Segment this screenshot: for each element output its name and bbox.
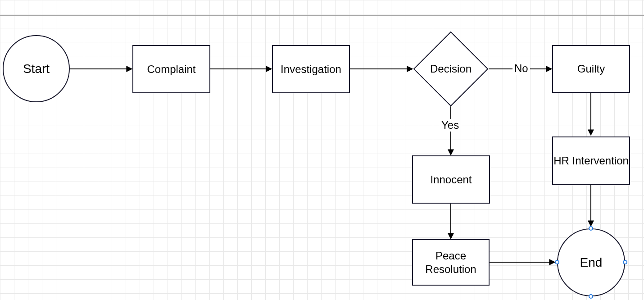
node-label: Decision	[428, 63, 473, 76]
flowchart-start-terminal[interactable]: Start	[3, 35, 70, 102]
selection-handle[interactable]	[555, 260, 559, 264]
selection-handle[interactable]	[589, 294, 593, 299]
flowchart-end-terminal[interactable]: End	[557, 228, 625, 296]
flowchart-process-investigation[interactable]: Investigation	[272, 45, 350, 93]
flowchart-process-guilty[interactable]: Guilty	[552, 45, 630, 93]
node-label: Guilty	[577, 63, 605, 75]
node-label: Innocent	[430, 173, 472, 186]
flowchart-process-innocent[interactable]: Innocent	[412, 155, 490, 204]
horizontal-rule	[0, 15, 644, 16]
edge-label-yes: Yes	[440, 119, 461, 132]
node-label: Investigation	[281, 63, 341, 76]
flowchart-process-peace-resolution[interactable]: Peace Resolution	[412, 239, 490, 286]
flowchart-process-hr-intervention[interactable]: HR Intervention	[552, 136, 630, 185]
flowchart-process-complaint[interactable]: Complaint	[132, 45, 210, 93]
node-label: End	[580, 255, 603, 270]
node-label: Complaint	[147, 63, 195, 76]
selection-handle[interactable]	[589, 226, 593, 231]
edge-label-no: No	[512, 62, 530, 75]
selection-handle[interactable]	[623, 260, 627, 264]
node-label: Start	[23, 62, 50, 76]
node-label: HR Intervention	[553, 154, 629, 168]
flowchart-decision[interactable]: Decision	[413, 41, 489, 96]
node-label: Peace Resolution	[413, 249, 489, 276]
